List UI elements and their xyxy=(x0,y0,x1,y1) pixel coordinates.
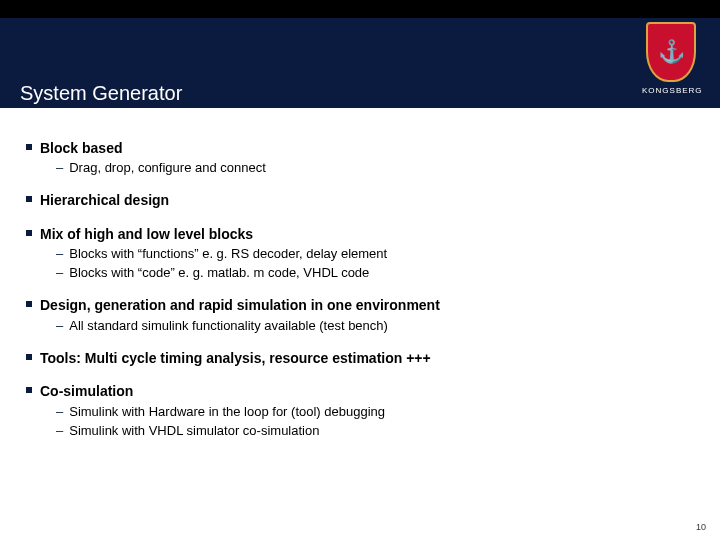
bullet-label: Mix of high and low level blocks xyxy=(40,224,253,244)
topic: Design, generation and rapid simulation … xyxy=(26,295,694,334)
topic: Tools: Multi cycle timing analysis, reso… xyxy=(26,348,694,368)
bullet-label: Co-simulation xyxy=(40,381,133,401)
dash-bullet-icon: – xyxy=(56,403,63,421)
slide-body: Block based–Drag, drop, configure and co… xyxy=(0,108,720,440)
sub-bullet-text: Blocks with “functions” e. g. RS decoder… xyxy=(69,245,387,263)
bullet-level2: –Drag, drop, configure and connect xyxy=(56,159,694,177)
square-bullet-icon xyxy=(26,387,32,393)
bullet-level1: Mix of high and low level blocks xyxy=(26,224,694,244)
bullet-level1: Co-simulation xyxy=(26,381,694,401)
topic: Co-simulation–Simulink with Hardware in … xyxy=(26,381,694,440)
topic: Mix of high and low level blocks–Blocks … xyxy=(26,224,694,283)
square-bullet-icon xyxy=(26,144,32,150)
sub-bullet-text: Simulink with VHDL simulator co-simulati… xyxy=(69,422,319,440)
bullet-level1: Block based xyxy=(26,138,694,158)
bullet-label: Tools: Multi cycle timing analysis, reso… xyxy=(40,348,431,368)
square-bullet-icon xyxy=(26,196,32,202)
slide-title: System Generator xyxy=(20,82,182,105)
dash-bullet-icon: – xyxy=(56,264,63,282)
bullet-label: Design, generation and rapid simulation … xyxy=(40,295,440,315)
sub-bullet-list: –Simulink with Hardware in the loop for … xyxy=(56,403,694,440)
bullet-level2: –Blocks with “code” e. g. matlab. m code… xyxy=(56,264,694,282)
top-black-band xyxy=(0,0,720,18)
topic: Hierarchical design xyxy=(26,190,694,210)
bullet-level1: Tools: Multi cycle timing analysis, reso… xyxy=(26,348,694,368)
dash-bullet-icon: – xyxy=(56,245,63,263)
sub-bullet-list: –All standard simulink functionality ava… xyxy=(56,317,694,335)
brand-name: KONGSBERG xyxy=(642,86,700,95)
bullet-level2: –Simulink with VHDL simulator co-simulat… xyxy=(56,422,694,440)
bullet-level2: –All standard simulink functionality ava… xyxy=(56,317,694,335)
sub-bullet-text: Simulink with Hardware in the loop for (… xyxy=(69,403,385,421)
dash-bullet-icon: – xyxy=(56,422,63,440)
bullet-label: Block based xyxy=(40,138,122,158)
sub-bullet-text: Blocks with “code” e. g. matlab. m code,… xyxy=(69,264,369,282)
brand-logo: ⚓ KONGSBERG xyxy=(642,22,700,95)
sub-bullet-list: –Drag, drop, configure and connect xyxy=(56,159,694,177)
bullet-level1: Hierarchical design xyxy=(26,190,694,210)
square-bullet-icon xyxy=(26,301,32,307)
sub-bullet-text: Drag, drop, configure and connect xyxy=(69,159,266,177)
page-number: 10 xyxy=(696,522,706,532)
bullet-level2: –Simulink with Hardware in the loop for … xyxy=(56,403,694,421)
bullet-level2: –Blocks with “functions” e. g. RS decode… xyxy=(56,245,694,263)
topic: Block based–Drag, drop, configure and co… xyxy=(26,138,694,177)
dash-bullet-icon: – xyxy=(56,159,63,177)
sub-bullet-text: All standard simulink functionality avai… xyxy=(69,317,388,335)
crest-glyph-icon: ⚓ xyxy=(658,41,685,63)
bullet-label: Hierarchical design xyxy=(40,190,169,210)
crest-icon: ⚓ xyxy=(646,22,696,82)
square-bullet-icon xyxy=(26,230,32,236)
square-bullet-icon xyxy=(26,354,32,360)
dash-bullet-icon: – xyxy=(56,317,63,335)
sub-bullet-list: –Blocks with “functions” e. g. RS decode… xyxy=(56,245,694,282)
header-banner: System Generator ⚓ KONGSBERG xyxy=(0,0,720,108)
bullet-level1: Design, generation and rapid simulation … xyxy=(26,295,694,315)
